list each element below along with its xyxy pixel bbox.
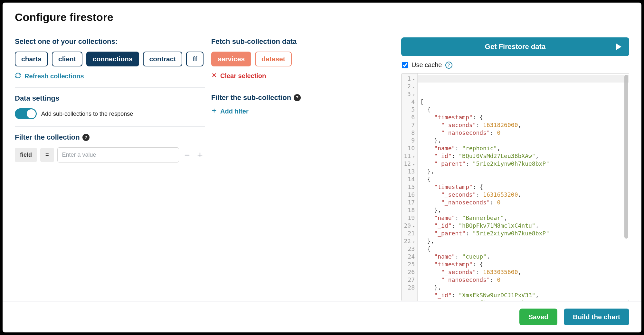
subcollections-toggle-label: Add sub-collections to the response bbox=[41, 111, 133, 117]
divider bbox=[15, 126, 205, 127]
clear-selection-label: Clear selection bbox=[220, 72, 266, 80]
build-chart-button[interactable]: Build the chart bbox=[564, 309, 629, 325]
collection-pill-contract[interactable]: contract bbox=[143, 52, 183, 66]
collection-pill-connections[interactable]: connections bbox=[86, 52, 139, 66]
modal-header: Configure firestore bbox=[3, 3, 641, 30]
get-firestore-data-button[interactable]: Get Firestore data bbox=[401, 37, 629, 56]
filter-subcollection-heading: Filter the sub-collection ? bbox=[211, 94, 395, 102]
column-collections: Select one of your collections: chartscl… bbox=[15, 37, 205, 301]
modal-title: Configure firestore bbox=[15, 11, 629, 24]
data-settings-heading: Data settings bbox=[15, 94, 205, 103]
remove-filter-icon[interactable]: − bbox=[182, 150, 192, 161]
refresh-icon bbox=[15, 72, 21, 80]
subcollections-list: servicesdataset bbox=[211, 52, 395, 66]
use-cache-checkbox[interactable] bbox=[402, 62, 408, 68]
add-filter-icon[interactable]: + bbox=[195, 150, 205, 161]
refresh-collections-link[interactable]: Refresh collections bbox=[15, 72, 205, 80]
code-gutter: 1234567891011121314151617181920212223242… bbox=[402, 74, 418, 301]
code-preview: 1234567891011121314151617181920212223242… bbox=[401, 73, 629, 301]
use-cache-row[interactable]: Use cache ? bbox=[402, 61, 629, 69]
clear-selection-link[interactable]: Clear selection bbox=[211, 72, 395, 80]
close-icon bbox=[211, 72, 217, 80]
collection-pill-ff[interactable]: ff bbox=[186, 52, 204, 66]
select-collection-heading: Select one of your collections: bbox=[15, 37, 205, 46]
subcollections-toggle[interactable] bbox=[15, 108, 37, 119]
modal-body: Select one of your collections: chartscl… bbox=[3, 30, 641, 301]
divider bbox=[211, 87, 395, 87]
subcollections-toggle-row: Add sub-collections to the response bbox=[15, 108, 205, 119]
plus-icon bbox=[211, 108, 217, 115]
collection-filter-row: field = − + bbox=[15, 147, 205, 163]
column-subcollections: Fetch sub-collection data servicesdatase… bbox=[211, 37, 395, 301]
modal-footer: Saved Build the chart bbox=[3, 301, 641, 332]
help-icon[interactable]: ? bbox=[82, 134, 90, 141]
subcollection-pill-services[interactable]: services bbox=[211, 52, 251, 66]
add-filter-label: Add filter bbox=[220, 108, 249, 115]
help-icon[interactable]: ? bbox=[294, 94, 301, 101]
fetch-subcollection-heading: Fetch sub-collection data bbox=[211, 37, 395, 46]
refresh-collections-label: Refresh collections bbox=[24, 73, 84, 80]
add-subcollection-filter-link[interactable]: Add filter bbox=[211, 108, 395, 115]
subcollection-pill-dataset[interactable]: dataset bbox=[255, 52, 292, 66]
collection-pill-client[interactable]: client bbox=[52, 52, 82, 66]
collections-list: chartsclientconnectionscontractff bbox=[15, 52, 205, 66]
use-cache-label: Use cache bbox=[412, 61, 442, 69]
filter-value-input[interactable] bbox=[57, 147, 179, 163]
code-content[interactable]: [ { "timestamp": { "_seconds": 163182600… bbox=[418, 74, 629, 301]
configure-firestore-modal: Configure firestore Select one of your c… bbox=[3, 3, 641, 332]
help-icon[interactable]: ? bbox=[445, 62, 452, 69]
collection-pill-charts[interactable]: charts bbox=[15, 52, 48, 66]
filter-field-button[interactable]: field bbox=[15, 148, 37, 162]
filter-collection-heading: Filter the collection ? bbox=[15, 133, 205, 142]
filter-operator-button[interactable]: = bbox=[40, 148, 54, 162]
column-data-preview: Get Firestore data Use cache ? 123456789… bbox=[401, 37, 629, 301]
divider bbox=[15, 87, 205, 88]
play-icon bbox=[616, 43, 621, 50]
saved-button[interactable]: Saved bbox=[519, 309, 557, 325]
